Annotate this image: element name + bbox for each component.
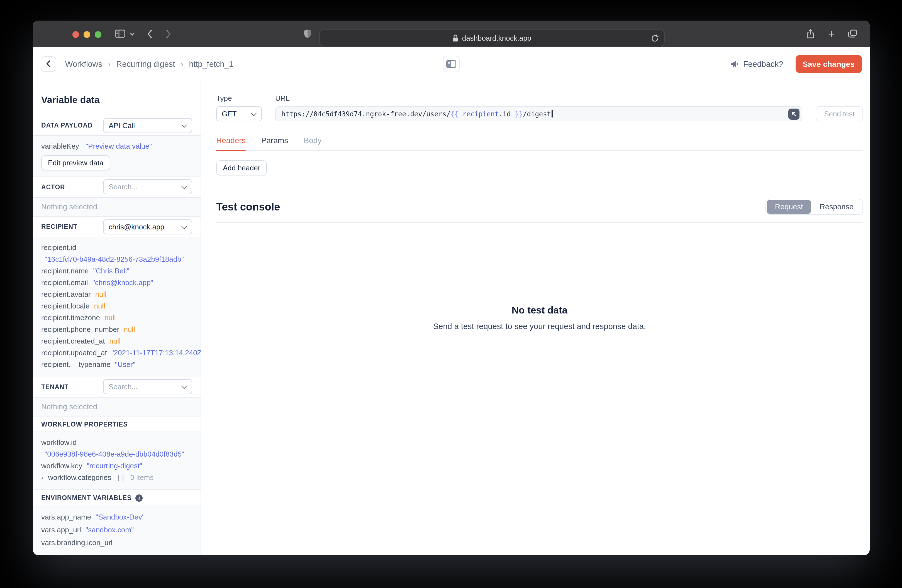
app-header: Workflows › Recurring digest › http_fetc… <box>33 47 870 81</box>
address-bar[interactable]: dashboard.knock.app <box>319 30 665 46</box>
url-input[interactable]: https://84c5df439d74.ngrok-free.dev/user… <box>275 106 802 121</box>
save-changes-button[interactable]: Save changes <box>795 55 862 73</box>
field-key: recipient.created_at <box>41 337 105 346</box>
field-value: "recurring-digest" <box>87 462 142 470</box>
field-key: workflow.id <box>41 438 77 447</box>
field-key: vars.branding.icon_url <box>41 538 113 547</box>
request-tabs: Headers Params Body <box>216 136 863 151</box>
field-value: null <box>95 290 107 299</box>
toggle-request[interactable]: Request <box>767 200 811 214</box>
method-select[interactable]: GET <box>216 106 262 121</box>
chevron-down-icon <box>181 223 187 229</box>
preview-data-section: variableKey "Preview data value" Edit pr… <box>33 136 200 177</box>
field-key: recipient.__typename <box>41 361 111 369</box>
browser-sidebar-toggle-icon[interactable] <box>115 30 125 38</box>
data-field-value: "006e938f-98e6-408e-a9de-dbb04d0f83d5" <box>45 449 192 460</box>
workflow-categories-row[interactable]: › workflow.categories [ ] 0 items <box>41 472 192 484</box>
data-payload-label: DATA PAYLOAD <box>41 122 92 129</box>
request-line: Type GET URL https://84c5df439d74.ngrok-… <box>216 94 863 121</box>
test-console-header: Test console Request Response <box>216 199 863 215</box>
breadcrumb-workflows[interactable]: Workflows <box>65 59 102 68</box>
data-field: recipient.email"chris@knock.app" <box>41 277 192 289</box>
field-key: workflow.categories <box>48 474 111 482</box>
tab-headers[interactable]: Headers <box>216 136 246 151</box>
actor-empty-state: Nothing selected <box>33 198 200 217</box>
feedback-label: Feedback? <box>743 59 783 68</box>
recipient-label: RECIPIENT <box>41 223 77 230</box>
variable-data-panel: Variable data DATA PAYLOAD API Call vari… <box>33 81 201 555</box>
tenant-search-select[interactable]: Search... <box>103 379 192 394</box>
data-field: recipient.name"Chris Bell" <box>41 265 192 277</box>
back-icon[interactable] <box>147 29 153 38</box>
workflow-properties-header: WORKFLOW PROPERTIES <box>33 416 200 432</box>
actor-row: ACTOR Search... <box>33 177 200 198</box>
http-fetch-editor: Type GET URL https://84c5df439d74.ngrok-… <box>201 81 870 555</box>
privacy-shield-icon[interactable] <box>304 29 312 38</box>
forward-icon[interactable] <box>166 29 171 38</box>
breadcrumb-separator: › <box>180 59 183 69</box>
chevron-down-icon <box>251 111 257 116</box>
field-key: recipient.name <box>41 267 89 275</box>
close-window-button[interactable] <box>72 31 79 38</box>
toggle-response[interactable]: Response <box>811 200 862 214</box>
data-field-value: "16c1fd70-b49a-48d2-8256-73a2b9f18adb" <box>45 253 192 265</box>
url-label: URL <box>275 94 802 102</box>
zoom-window-button[interactable] <box>95 31 102 38</box>
field-value: "Preview data value" <box>86 142 152 151</box>
field-key: recipient.updated_at <box>41 349 107 357</box>
data-field: recipient.__typename"User" <box>41 359 192 371</box>
lock-icon <box>453 34 459 41</box>
breadcrumb-workflow-name[interactable]: Recurring digest <box>116 59 175 68</box>
traffic-lights <box>72 31 102 38</box>
data-field: vars.app_url"sandbox.com" <box>41 524 192 536</box>
minimize-window-button[interactable] <box>84 31 90 38</box>
browser-window: dashboard.knock.app + Workflows › Recurr… <box>33 20 870 555</box>
data-field: recipient.localenull <box>41 300 192 312</box>
field-key: recipient.email <box>41 279 88 287</box>
side-panel-toggle-button[interactable] <box>443 55 460 72</box>
data-payload-select[interactable]: API Call <box>103 118 192 133</box>
variable-picker-icon[interactable] <box>788 109 800 120</box>
actor-search-select[interactable]: Search... <box>103 179 192 194</box>
browser-toolbar: dashboard.knock.app + <box>33 20 870 47</box>
field-value: "Sandbox-Dev" <box>96 513 144 521</box>
field-value: "User" <box>115 361 135 369</box>
share-icon[interactable] <box>806 29 815 39</box>
field-value: "Chris Bell" <box>93 267 130 275</box>
tab-overview-icon[interactable] <box>848 30 857 38</box>
workflow-properties-section: workflow.id "006e938f-98e6-408e-a9de-dbb… <box>33 432 200 490</box>
test-console-title: Test console <box>216 201 280 213</box>
feedback-link[interactable]: Feedback? <box>730 59 783 68</box>
field-key: workflow.key <box>41 462 82 470</box>
data-field: recipient.id <box>41 242 192 253</box>
back-button[interactable] <box>41 56 56 72</box>
data-field: recipient.avatarnull <box>41 289 192 300</box>
info-icon[interactable]: i <box>135 494 143 501</box>
empty-state-title: No test data <box>216 305 863 316</box>
breadcrumb-step-name: http_fetch_1 <box>189 59 233 68</box>
data-field: workflow.key"recurring-digest" <box>41 460 192 472</box>
breadcrumb: Workflows › Recurring digest › http_fetc… <box>65 59 233 69</box>
recipient-value: chris@knock.app <box>109 222 164 231</box>
tab-body[interactable]: Body <box>304 136 321 150</box>
tab-params[interactable]: Params <box>261 136 288 150</box>
add-header-button[interactable]: Add header <box>216 160 267 175</box>
field-key: recipient.id <box>41 244 76 252</box>
panel-title: Variable data <box>33 81 200 115</box>
breadcrumb-separator: › <box>108 59 111 69</box>
send-test-button[interactable]: Send test <box>816 106 863 121</box>
method-value: GET <box>222 110 236 118</box>
data-field: workflow.id <box>41 437 192 449</box>
recipient-select[interactable]: chris@knock.app <box>103 219 192 234</box>
data-payload-value: API Call <box>109 121 135 130</box>
field-value: "2021-11-17T17:13:14.240Z" <box>111 349 201 357</box>
field-value: "chris@knock.app" <box>92 279 153 287</box>
field-value: "006e938f-98e6-408e-a9de-dbb04d0f83d5" <box>45 450 184 458</box>
reload-icon[interactable] <box>651 34 659 43</box>
field-key: recipient.timezone <box>41 314 100 322</box>
new-tab-icon[interactable]: + <box>828 30 835 38</box>
tenant-placeholder: Search... <box>109 383 138 391</box>
chevron-down-icon[interactable] <box>130 32 135 35</box>
edit-preview-data-button[interactable]: Edit preview data <box>41 156 110 170</box>
chevron-down-icon <box>181 184 187 189</box>
